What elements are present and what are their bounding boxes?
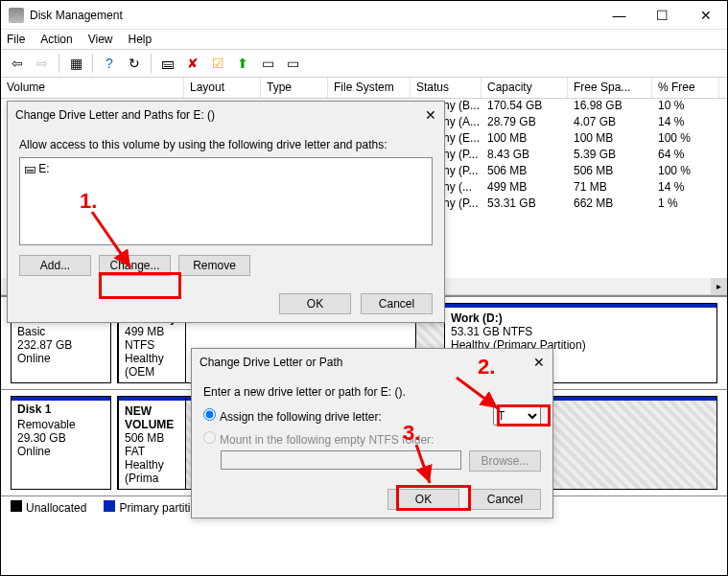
- disk-type: Removable: [17, 418, 105, 431]
- window-title: Disk Management: [30, 9, 598, 22]
- col-type[interactable]: Type: [261, 78, 328, 98]
- close-icon[interactable]: ✕: [425, 107, 436, 123]
- col-volume[interactable]: Volume: [1, 78, 184, 98]
- app-icon: [9, 8, 24, 23]
- dialog-title: Change Drive Letter or Path: [200, 356, 342, 369]
- dialog-title: Change Drive Letter and Paths for E: (): [15, 108, 215, 122]
- cancel-button[interactable]: Cancel: [361, 293, 433, 314]
- mount-path-input: [221, 450, 461, 470]
- add-button[interactable]: Add...: [19, 255, 91, 276]
- unallocated-swatch: [11, 500, 22, 512]
- radio-assign[interactable]: Assign the following drive letter:: [203, 408, 382, 424]
- menu-view[interactable]: View: [88, 33, 113, 46]
- minimize-button[interactable]: —: [598, 1, 641, 29]
- check-icon[interactable]: ☑: [207, 53, 228, 74]
- change-button[interactable]: Change...: [99, 255, 171, 276]
- table-header: Volume Layout Type File System Status Ca…: [1, 78, 727, 99]
- part-size: 506 MB FAT: [125, 431, 164, 458]
- drive-item[interactable]: 🖴 E:: [24, 162, 50, 175]
- radio-assign-input[interactable]: [203, 408, 216, 421]
- dialog-titlebar: Change Drive Letter and Paths for E: () …: [8, 102, 444, 128]
- menu-file[interactable]: File: [7, 33, 25, 46]
- scroll-right-icon[interactable]: ▸: [711, 278, 727, 294]
- disk-state: Online: [17, 352, 105, 365]
- maximize-button[interactable]: ☐: [641, 1, 684, 29]
- part-title: NEW VOLUME: [125, 404, 174, 431]
- col-layout[interactable]: Layout: [184, 78, 261, 98]
- misc-icon[interactable]: ▭: [282, 53, 303, 74]
- disk-state: Online: [17, 445, 105, 458]
- eject-icon[interactable]: ⬆: [232, 53, 253, 74]
- menu-help[interactable]: Help: [129, 33, 153, 46]
- remove-button[interactable]: Remove: [178, 255, 250, 276]
- forward-icon[interactable]: ⇨: [32, 53, 53, 74]
- part-status: Healthy (OEM: [125, 352, 164, 379]
- col-status[interactable]: Status: [411, 78, 481, 98]
- part-status: Healthy (Prima: [125, 458, 164, 485]
- part-size: 53.31 GB NTFS: [451, 325, 532, 338]
- divider: [151, 54, 152, 73]
- primary-swatch: [104, 500, 115, 512]
- view-icon[interactable]: ▦: [65, 53, 86, 74]
- titlebar: Disk Management — ☐ ✕: [1, 1, 727, 30]
- part-size: 499 MB NTFS: [125, 325, 164, 352]
- dialog-drive-paths: Change Drive Letter and Paths for E: () …: [7, 101, 445, 323]
- divider: [92, 54, 93, 73]
- help-icon[interactable]: ?: [99, 53, 120, 74]
- col-free[interactable]: Free Spa...: [568, 78, 652, 98]
- col-filesystem[interactable]: File System: [328, 78, 411, 98]
- col-pctfree[interactable]: % Free: [652, 78, 719, 98]
- disk-type: Basic: [17, 325, 105, 338]
- cancel-button[interactable]: Cancel: [469, 489, 541, 510]
- menubar: File Action View Help: [1, 30, 727, 49]
- ok-button[interactable]: OK: [279, 293, 351, 314]
- menu-action[interactable]: Action: [40, 33, 72, 46]
- refresh-icon[interactable]: ↻: [124, 53, 145, 74]
- col-capacity[interactable]: Capacity: [481, 78, 568, 98]
- drive-icon[interactable]: 🖴: [157, 53, 178, 74]
- toolbar: ⇦ ⇨ ▦ ? ↻ 🖴 ✘ ☑ ⬆ ▭ ▭: [1, 49, 727, 78]
- partition[interactable]: NEW VOLUME 506 MB FAT Healthy (Prima: [118, 397, 185, 489]
- paths-listbox[interactable]: 🖴 E:: [19, 157, 433, 245]
- ok-button[interactable]: OK: [387, 489, 459, 510]
- radio-mount-input: [203, 431, 216, 444]
- misc-icon[interactable]: ▭: [257, 53, 278, 74]
- divider: [59, 54, 59, 73]
- close-button[interactable]: ✕: [684, 1, 727, 29]
- dialog-change-letter: Change Drive Letter or Path ✕ Enter a ne…: [191, 348, 553, 518]
- disk-size: 29.30 GB: [17, 431, 105, 445]
- close-icon[interactable]: ✕: [533, 355, 545, 370]
- legend-unallocated: Unallocated: [26, 501, 86, 515]
- back-icon[interactable]: ⇦: [7, 53, 28, 74]
- dialog-message: Allow access to this volume by using the…: [19, 138, 433, 151]
- part-title: Work (D:): [451, 311, 503, 325]
- dialog-titlebar: Change Drive Letter or Path ✕: [192, 349, 552, 376]
- dialog-message: Enter a new drive letter or path for E: …: [203, 385, 541, 399]
- browse-button: Browse...: [469, 450, 541, 472]
- disk-name: Disk 1: [17, 403, 51, 416]
- radio-mount[interactable]: Mount in the following empty NTFS folder…: [203, 433, 434, 447]
- disk-info: Disk 1 Removable 29.30 GB Online: [11, 396, 111, 490]
- delete-icon[interactable]: ✘: [182, 53, 203, 74]
- disk-size: 232.87 GB: [17, 338, 105, 352]
- drive-letter-select[interactable]: T: [493, 406, 541, 426]
